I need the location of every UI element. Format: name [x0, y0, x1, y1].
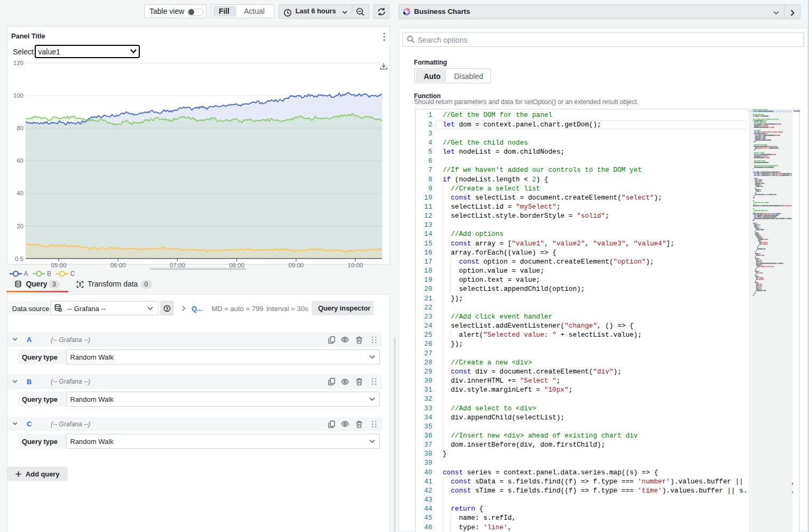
svg-text:120: 120 — [13, 60, 23, 66]
svg-text:20: 20 — [17, 223, 23, 229]
svg-text:40: 40 — [17, 190, 23, 196]
svg-text:09:00: 09:00 — [288, 262, 304, 268]
svg-text:80: 80 — [17, 125, 23, 131]
svg-text:05:00: 05:00 — [51, 262, 67, 268]
svg-text:B: B — [47, 270, 51, 277]
svg-text:06:00: 06:00 — [110, 262, 126, 268]
svg-text:C: C — [70, 270, 75, 277]
svg-text:A: A — [24, 270, 28, 277]
svg-text:08:00: 08:00 — [229, 262, 244, 268]
svg-text:0.5: 0.5 — [15, 256, 23, 262]
svg-text:100: 100 — [13, 92, 23, 99]
svg-text:10:00: 10:00 — [348, 262, 363, 268]
svg-text:60: 60 — [17, 157, 23, 164]
svg-text:07:00: 07:00 — [170, 262, 185, 268]
